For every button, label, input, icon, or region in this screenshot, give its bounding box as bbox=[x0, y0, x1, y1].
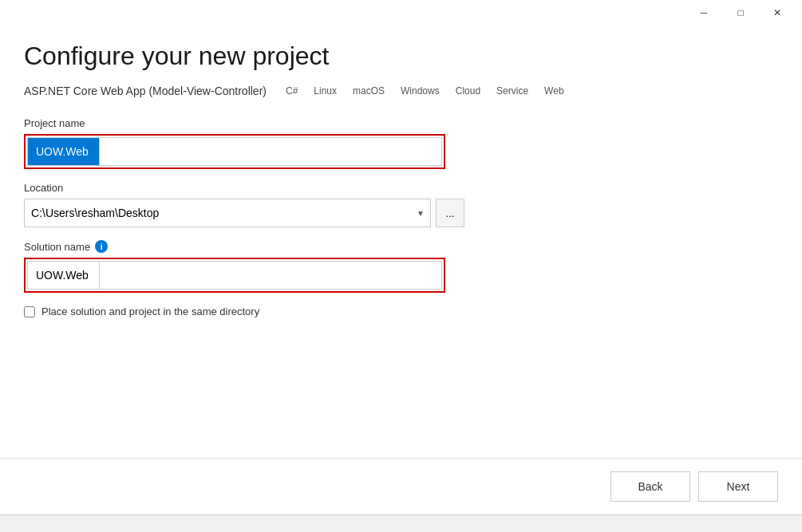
location-select-wrapper: C:\Users\resham\Desktop ▼ bbox=[24, 199, 431, 227]
back-button[interactable]: Back bbox=[610, 471, 690, 502]
location-row: C:\Users\resham\Desktop ▼ ... bbox=[24, 199, 778, 227]
project-name-selected: UOW.Web bbox=[27, 137, 99, 166]
tag-linux: Linux bbox=[310, 84, 340, 98]
project-name-box: UOW.Web bbox=[24, 134, 445, 169]
location-group: Location C:\Users\resham\Desktop ▼ ... bbox=[24, 182, 778, 227]
title-bar: ─ □ ✕ bbox=[0, 0, 802, 26]
checkbox-label: Place solution and project in the same d… bbox=[41, 305, 259, 317]
solution-name-info-icon[interactable]: i bbox=[95, 240, 108, 253]
solution-name-box: UOW.Web bbox=[24, 258, 445, 293]
tag-cloud: Cloud bbox=[452, 84, 484, 98]
solution-name-label: Solution name i bbox=[24, 240, 778, 253]
subtitle-row: ASP.NET Core Web App (Model-View-Control… bbox=[24, 84, 778, 98]
close-button[interactable]: ✕ bbox=[759, 2, 796, 24]
tag-web: Web bbox=[541, 84, 567, 98]
project-name-label: Project name bbox=[24, 117, 778, 129]
maximize-button[interactable]: □ bbox=[722, 2, 759, 24]
bottom-bar bbox=[0, 514, 802, 532]
page-title: Configure your new project bbox=[24, 41, 778, 71]
tag-macos: macOS bbox=[350, 84, 388, 98]
minimize-button[interactable]: ─ bbox=[685, 2, 722, 24]
subtitle-text: ASP.NET Core Web App (Model-View-Control… bbox=[24, 85, 267, 97]
solution-name-group: Solution name i UOW.Web bbox=[24, 240, 778, 293]
project-name-group: Project name UOW.Web bbox=[24, 117, 778, 169]
tag-csharp: C# bbox=[282, 84, 301, 98]
same-directory-checkbox[interactable] bbox=[24, 306, 35, 317]
solution-name-input-wrapper: UOW.Web bbox=[27, 261, 442, 290]
project-name-input[interactable] bbox=[99, 137, 442, 166]
solution-name-rest bbox=[99, 261, 442, 290]
solution-name-value: UOW.Web bbox=[27, 261, 99, 290]
footer: Back Next bbox=[0, 458, 802, 514]
checkbox-row: Place solution and project in the same d… bbox=[24, 305, 778, 317]
main-content: Configure your new project ASP.NET Core … bbox=[0, 26, 802, 458]
tag-windows: Windows bbox=[397, 84, 443, 98]
location-label: Location bbox=[24, 182, 778, 194]
form-section: Project name UOW.Web Location C:\Users\r… bbox=[24, 117, 778, 458]
location-select[interactable]: C:\Users\resham\Desktop bbox=[24, 199, 431, 227]
browse-button[interactable]: ... bbox=[436, 199, 464, 227]
project-name-input-wrapper: UOW.Web bbox=[27, 137, 442, 166]
tag-service: Service bbox=[493, 84, 531, 98]
next-button[interactable]: Next bbox=[698, 471, 778, 502]
